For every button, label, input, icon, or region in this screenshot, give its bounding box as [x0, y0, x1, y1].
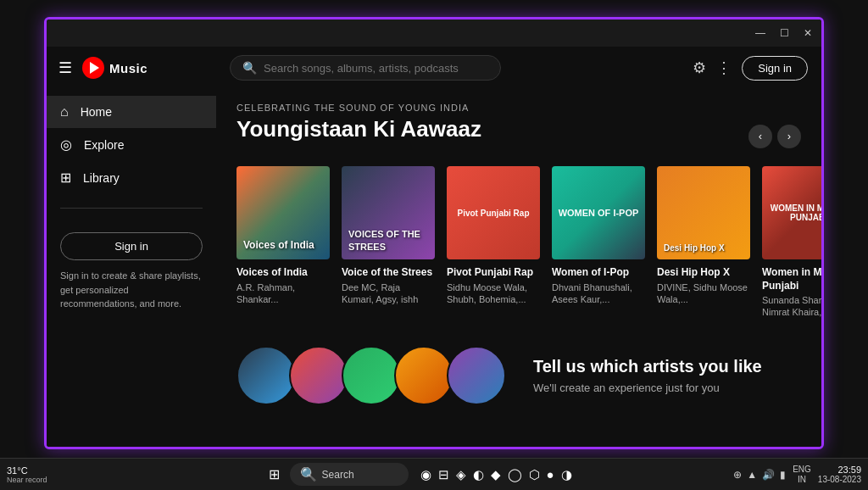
- search-bar[interactable]: 🔍: [230, 55, 501, 81]
- card-pivot-punjabi[interactable]: Pivot Punjabi Rap Pivot Punjabi Rap Sidh…: [447, 166, 540, 305]
- card-image-women-music: WOMEN IN MUSIC: PUNJABI: [762, 166, 821, 259]
- card-women-music[interactable]: WOMEN IN MUSIC: PUNJABI Women in Music: …: [762, 166, 821, 319]
- weather-temp: 31°C: [7, 465, 47, 476]
- cards-row: Voices of India Voices of India A.R. Rah…: [236, 166, 801, 319]
- taskbar-icon-4[interactable]: ◐: [473, 467, 484, 482]
- card-voice-strees[interactable]: VOICES OF THE STREES Voice of the Strees…: [342, 166, 435, 305]
- windows-start-button[interactable]: ⊞: [264, 463, 285, 486]
- taskbar-icon-3[interactable]: ◈: [456, 467, 466, 482]
- card-desi-hiphop[interactable]: Desi Hip Hop X Desi Hip Hop X DIVINE, Si…: [657, 166, 750, 305]
- card-title-ipop: Women of I-Pop: [552, 266, 645, 280]
- artist-promo: Tell us which artists you like We'll cre…: [533, 357, 801, 394]
- system-clock[interactable]: 23:59 13-08-2023: [818, 465, 861, 484]
- card-title-hiphop: Desi Hip Hop X: [657, 266, 750, 280]
- hamburger-icon[interactable]: ☰: [58, 58, 72, 77]
- maximize-button[interactable]: ☐: [777, 26, 791, 40]
- weather-desc: Near record: [7, 476, 47, 484]
- sidebar-label-explore: Explore: [84, 138, 124, 152]
- search-input[interactable]: [264, 62, 488, 75]
- card-label-strees: VOICES OF THE STREES: [348, 228, 428, 253]
- clock-date: 13-08-2023: [818, 475, 861, 484]
- sidebar-signin-button[interactable]: Sign in: [60, 232, 203, 260]
- artist-promo-subtitle: We'll create an experience just for you: [533, 381, 801, 394]
- desktop: — ☐ ✕ ☰ Music ⌂ Home: [0, 0, 868, 490]
- section-title: Youngistaan Ki Aawaaz: [236, 116, 481, 142]
- artist-circle-3[interactable]: [342, 346, 401, 405]
- sidebar-item-explore[interactable]: ◎ Explore: [47, 128, 216, 161]
- card-voices-of-india[interactable]: Voices of India Voices of India A.R. Rah…: [236, 166, 330, 305]
- card-title-punjabi: Pivot Punjabi Rap: [447, 266, 540, 280]
- card-subtitle-strees: Dee MC, Raja Kumari, Agsy, ishh: [342, 281, 435, 306]
- section-nav-arrows: ‹ ›: [748, 125, 801, 148]
- artist-circle-1[interactable]: [236, 346, 296, 405]
- topbar-signin-button[interactable]: Sign in: [742, 56, 808, 81]
- section-subtitle: CELEBRATING THE SOUND OF YOUNG INDIA: [236, 103, 801, 113]
- card-women-ipop[interactable]: WOMEN OF I-POP Women of I-Pop Dhvani Bha…: [552, 166, 645, 305]
- card-subtitle-punjabi: Sidhu Moose Wala, Shubh, Bohemia,...: [447, 281, 540, 306]
- volume-icon[interactable]: 🔊: [762, 469, 775, 481]
- sys-icons: ⊕ ▲ 🔊 ▮: [733, 469, 786, 481]
- card-image-ipop: WOMEN OF I-POP: [552, 166, 645, 259]
- network-icon[interactable]: ⊕: [733, 469, 742, 481]
- artist-circle-2[interactable]: [289, 346, 348, 405]
- clock-time: 23:59: [837, 465, 861, 475]
- library-icon: ⊞: [60, 170, 71, 186]
- close-button[interactable]: ✕: [801, 26, 815, 40]
- yt-music-logo: Music: [82, 57, 147, 79]
- card-label-punjabi: Pivot Punjabi Rap: [453, 205, 532, 221]
- prev-arrow-button[interactable]: ‹: [748, 125, 772, 148]
- taskbar-search-icon: 🔍: [300, 466, 317, 482]
- top-bar-actions: ⚙ ⋮ Sign in: [693, 56, 808, 81]
- section-nav: Youngistaan Ki Aawaaz ‹ ›: [236, 116, 801, 156]
- taskbar: 31°C Near record ⊞ 🔍 Search ◉ ⊟ ◈ ◐ ◆ ◯ …: [0, 458, 868, 490]
- taskbar-icon-6[interactable]: ◯: [508, 467, 522, 482]
- card-title-women-music: Women in Music: Punjabi: [762, 266, 821, 292]
- taskbar-search-text: Search: [322, 469, 354, 481]
- sidebar-item-home[interactable]: ⌂ Home: [47, 96, 216, 128]
- app-window: — ☐ ✕ ☰ Music ⌂ Home: [44, 17, 824, 449]
- sidebar-divider: [60, 208, 203, 209]
- taskbar-center: ⊞ 🔍 Search ◉ ⊟ ◈ ◐ ◆ ◯ ⬡ ● ◑: [108, 463, 733, 486]
- home-icon: ⌂: [60, 104, 69, 120]
- card-overlay-voices: Voices of India: [236, 166, 330, 259]
- signin-section: Sign in Sign in to create & share playli…: [47, 219, 216, 325]
- weather-info: 31°C Near record: [7, 465, 47, 484]
- title-bar-controls: — ☐ ✕: [754, 26, 815, 40]
- card-label-hiphop: Desi Hip Hop X: [664, 243, 743, 253]
- wifi-icon[interactable]: ▲: [747, 469, 757, 481]
- taskbar-icon-1[interactable]: ◉: [420, 467, 431, 482]
- sidebar: ☰ Music ⌂ Home ◎ Explore: [47, 47, 216, 447]
- card-image-strees: VOICES OF THE STREES: [342, 166, 435, 259]
- yt-logo-icon: [82, 57, 104, 79]
- card-subtitle-voices: A.R. Rahman, Shankar...: [236, 281, 330, 306]
- sidebar-item-library[interactable]: ⊞ Library: [47, 161, 216, 194]
- battery-icon[interactable]: ▮: [780, 469, 786, 481]
- card-title-strees: Voice of the Strees: [342, 266, 435, 280]
- card-image-punjabi: Pivot Punjabi Rap: [447, 166, 540, 259]
- taskbar-icon-7[interactable]: ⬡: [529, 467, 540, 482]
- artist-section: Tell us which artists you like We'll cre…: [236, 346, 801, 405]
- artist-circle-5[interactable]: [447, 346, 506, 405]
- content-area: CELEBRATING THE SOUND OF YOUNG INDIA You…: [216, 89, 821, 419]
- app-title: Music: [109, 61, 147, 75]
- language-indicator: ENG IN: [793, 465, 811, 485]
- more-options-icon[interactable]: ⋮: [716, 58, 732, 77]
- settings-icon[interactable]: ⚙: [693, 58, 706, 77]
- taskbar-icon-8[interactable]: ●: [547, 467, 554, 482]
- title-bar: — ☐ ✕: [47, 19, 821, 47]
- nav-items: ⌂ Home ◎ Explore ⊞ Library: [47, 89, 216, 201]
- card-image-hiphop: Desi Hip Hop X: [657, 166, 750, 259]
- taskbar-icon-2[interactable]: ⊟: [438, 467, 449, 482]
- lang-text: ENG: [793, 465, 811, 475]
- card-title-voices: Voices of India: [236, 266, 330, 280]
- card-label-ipop: WOMEN OF I-POP: [555, 204, 643, 221]
- taskbar-icon-5[interactable]: ◆: [491, 467, 501, 482]
- next-arrow-button[interactable]: ›: [777, 125, 801, 148]
- minimize-button[interactable]: —: [754, 26, 767, 40]
- taskbar-search-bar[interactable]: 🔍 Search: [290, 463, 409, 486]
- taskbar-right: ⊕ ▲ 🔊 ▮ ENG IN 23:59 13-08-2023: [733, 465, 861, 485]
- card-label-women-music: WOMEN IN MUSIC: PUNJABI: [762, 200, 821, 226]
- search-icon: 🔍: [242, 61, 257, 75]
- taskbar-icon-9[interactable]: ◑: [561, 467, 572, 482]
- artist-circle-4[interactable]: [394, 346, 453, 405]
